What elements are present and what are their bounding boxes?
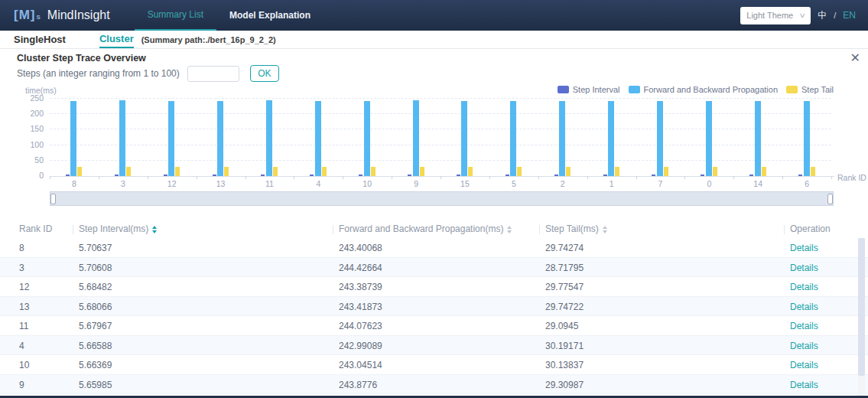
cell-forward-and-backward-propagation-ms: 244.42664	[339, 263, 382, 273]
subnav-tab-cluster[interactable]: Cluster	[99, 31, 134, 48]
bar-forward-and-backward-propagation	[70, 101, 76, 176]
datazoom-left-handle[interactable]	[50, 194, 56, 204]
bar-forward-and-backward-propagation	[510, 101, 516, 176]
table-scrollbar[interactable]	[858, 238, 865, 398]
details-link[interactable]: Details	[790, 380, 818, 390]
table-row: 45.66588242.9908930.19171Details	[0, 336, 868, 356]
navbar-tabs: Summary ListModel Explanation	[135, 0, 323, 31]
bar-step-tail	[371, 167, 375, 176]
details-link[interactable]: Details	[790, 341, 818, 351]
legend-swatch-step-interval	[558, 86, 569, 93]
x-tick-label: 8	[50, 179, 99, 188]
column-header-step-tail-ms[interactable]: Step Tail(ms)	[545, 223, 607, 234]
legend-label: Step Tail	[801, 85, 834, 94]
column-header-forward-and-backward-propagation-ms[interactable]: Forward and Backward Propagation(ms)	[339, 223, 512, 234]
table-header-row: Rank IDStep Interval(ms)Forward and Back…	[0, 221, 868, 239]
column-header-label: Forward and Backward Propagation(ms)	[339, 223, 503, 234]
subnav-tab-singlehost[interactable]: SingleHost	[14, 31, 66, 48]
lang-toggle-zh[interactable]: 中	[818, 9, 827, 22]
legend-label: Forward and Backward Propagation	[644, 85, 778, 94]
mindinsight-app: [M]S MindInsight Summary ListModel Expla…	[0, 0, 868, 398]
sort-icon[interactable]	[603, 226, 607, 233]
cell-step-tail-ms: 29.74274	[545, 243, 584, 253]
cell-forward-and-backward-propagation-ms: 243.40068	[339, 243, 382, 253]
column-divider	[539, 225, 540, 234]
column-header-step-interval-ms[interactable]: Step Interval(ms)	[79, 223, 157, 234]
cell-step-tail-ms: 29.74722	[545, 302, 584, 312]
x-tick-label: 15	[441, 179, 489, 188]
chevron-down-icon: ∨	[798, 11, 806, 19]
bar-forward-and-backward-propagation	[119, 100, 125, 176]
cell-rank-id: 12	[19, 282, 29, 292]
y-tick-label: 150	[30, 124, 44, 133]
chart-plot-area	[50, 99, 831, 176]
bar-step-interval	[408, 175, 411, 176]
gridline	[50, 98, 831, 99]
x-tick-label: 11	[245, 179, 294, 188]
legend-item-forward-and-backward-propagation[interactable]: Forward and Backward Propagation	[629, 85, 778, 94]
column-divider	[333, 225, 333, 234]
theme-select[interactable]: Light Theme ∨	[740, 7, 811, 24]
x-tick-label: 6	[782, 179, 831, 188]
bar-step-tail	[762, 167, 766, 176]
table-row: 115.67967244.0762329.0945Details	[0, 316, 868, 336]
cell-step-interval-ms: 5.67967	[79, 321, 112, 331]
column-header-label: Operation	[790, 223, 831, 234]
details-link[interactable]: Details	[790, 263, 818, 273]
datazoom-right-handle[interactable]	[827, 194, 833, 204]
details-link[interactable]: Details	[790, 282, 818, 292]
legend-label: Step Interval	[573, 85, 620, 94]
steps-label: Steps (an integer ranging from 1 to 100)	[17, 68, 180, 79]
bar-forward-and-backward-propagation	[266, 100, 272, 176]
ok-button[interactable]: OK	[250, 65, 279, 82]
cell-step-interval-ms: 5.65985	[79, 380, 112, 390]
bar-step-interval	[603, 175, 607, 176]
cell-forward-and-backward-propagation-ms: 243.8776	[339, 380, 377, 390]
chart-datazoom-slider[interactable]	[50, 191, 834, 206]
bar-step-tail	[566, 167, 571, 176]
details-link[interactable]: Details	[790, 360, 818, 370]
bar-forward-and-backward-propagation	[804, 101, 810, 176]
table-row: 35.70608244.4266428.71795Details	[0, 258, 868, 278]
bar-step-interval	[701, 175, 704, 176]
steps-input[interactable]	[187, 66, 239, 82]
column-header-label: Rank ID	[19, 223, 52, 234]
table-row: 95.65985243.877629.30987Details	[0, 375, 868, 395]
details-link[interactable]: Details	[790, 321, 818, 331]
summary-path: (Summary path:./bert_16p_9_2_2)	[141, 35, 276, 44]
bar-step-interval	[798, 175, 802, 176]
x-tick-label: 12	[148, 179, 197, 188]
cell-rank-id: 8	[19, 243, 24, 253]
y-tick-label: 200	[30, 109, 44, 118]
close-icon[interactable]: ✕	[850, 51, 860, 65]
cell-step-tail-ms: 29.30987	[545, 380, 584, 390]
cell-step-tail-ms: 29.0945	[545, 321, 578, 331]
table-body: 85.70637243.4006829.74274Details35.70608…	[0, 238, 868, 394]
legend-item-step-interval[interactable]: Step Interval	[558, 85, 620, 94]
details-link[interactable]: Details	[790, 302, 818, 312]
x-tick-label: 9	[392, 179, 441, 188]
x-tick-label: 14	[733, 179, 782, 188]
theme-select-value: Light Theme	[746, 11, 793, 20]
bar-forward-and-backward-propagation	[461, 101, 467, 176]
x-axis-line	[50, 176, 834, 177]
bar-step-interval	[554, 175, 558, 176]
legend-item-step-tail[interactable]: Step Tail	[786, 85, 834, 94]
cell-step-tail-ms: 30.13837	[545, 360, 584, 370]
navbar-tab-model-explanation[interactable]: Model Explanation	[216, 0, 323, 31]
bar-step-tail	[517, 167, 522, 176]
details-link[interactable]: Details	[790, 243, 818, 253]
lang-toggle-en[interactable]: EN	[843, 10, 856, 21]
navbar-tab-summary-list[interactable]: Summary List	[135, 0, 216, 31]
top-navbar: [M]S MindInsight Summary ListModel Expla…	[0, 0, 868, 31]
sort-icon[interactable]	[507, 226, 512, 233]
sort-asc-icon	[603, 226, 607, 229]
x-tick-label: 3	[99, 179, 148, 188]
sort-icon[interactable]	[152, 226, 157, 233]
table-scrollbar-thumb[interactable]	[858, 238, 865, 376]
bar-forward-and-backward-propagation	[413, 100, 419, 176]
bar-step-tail	[811, 167, 815, 176]
cell-step-tail-ms: 29.77547	[545, 282, 584, 292]
x-tick-label: 0	[684, 179, 733, 188]
column-divider	[73, 225, 73, 234]
